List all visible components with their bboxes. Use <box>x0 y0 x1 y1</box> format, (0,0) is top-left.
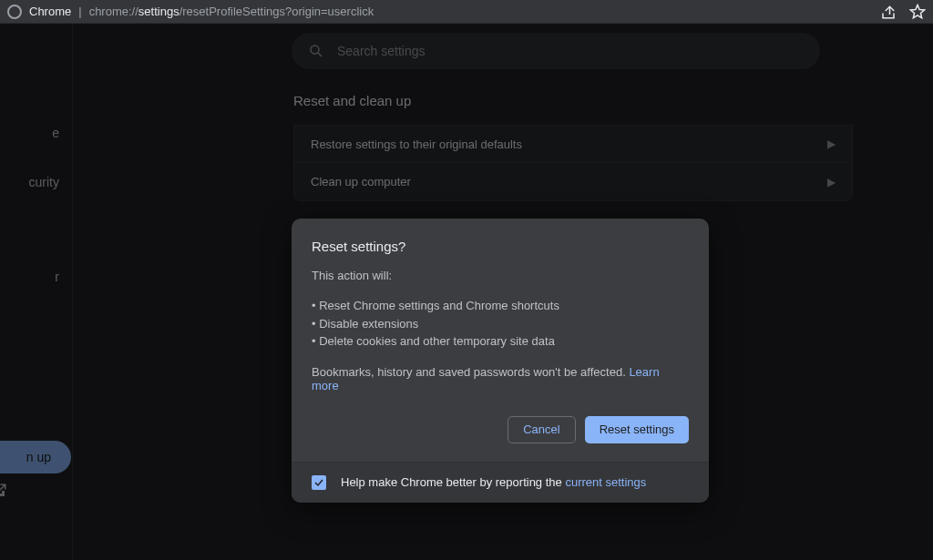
check-icon <box>313 477 324 488</box>
bullet: • Reset Chrome settings and Chrome short… <box>312 297 689 315</box>
reset-settings-dialog: Reset settings? This action will: • Rese… <box>292 219 709 503</box>
dialog-title: Reset settings? <box>312 239 689 254</box>
cancel-button-label: Cancel <box>523 423 559 436</box>
report-checkbox[interactable] <box>312 475 326 490</box>
note-text: Bookmarks, history and saved passwords w… <box>312 365 629 379</box>
bullet: • Delete cookies and other temporary sit… <box>312 332 689 351</box>
dialog-footer: Help make Chrome better by reporting the… <box>292 462 709 503</box>
checkbox-label: Help make Chrome better by reporting the… <box>341 475 646 489</box>
cancel-button[interactable]: Cancel <box>508 416 575 443</box>
bullet: • Disable extensions <box>312 315 689 333</box>
dialog-bullets: • Reset Chrome settings and Chrome short… <box>312 297 689 351</box>
dialog-layer: Reset settings? This action will: • Rese… <box>0 0 933 560</box>
reset-settings-button[interactable]: Reset settings <box>585 416 689 443</box>
checkbox-label-text: Help make Chrome better by reporting the <box>341 475 565 489</box>
current-settings-link[interactable]: current settings <box>565 475 646 489</box>
dialog-note: Bookmarks, history and saved passwords w… <box>312 365 689 392</box>
dialog-intro: This action will: <box>312 269 689 282</box>
reset-button-label: Reset settings <box>600 423 674 436</box>
